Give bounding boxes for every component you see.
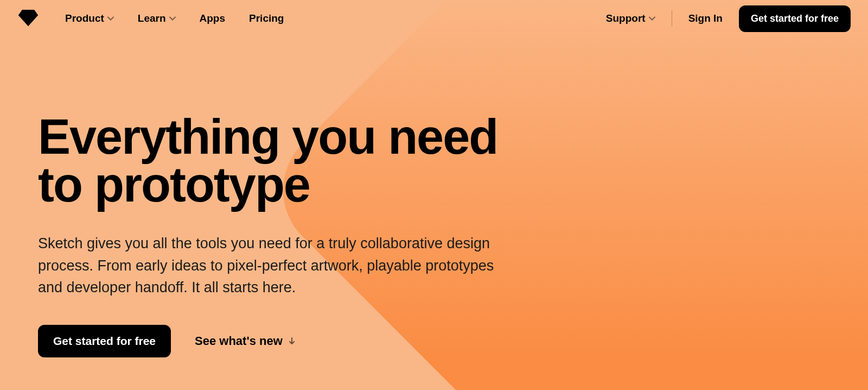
see-whats-new-link[interactable]: See what's new bbox=[195, 334, 296, 348]
get-started-nav-button[interactable]: Get started for free bbox=[739, 5, 851, 32]
diamond-icon bbox=[18, 9, 38, 28]
nav-item-learn[interactable]: Learn bbox=[138, 12, 176, 24]
chevron-down-icon bbox=[107, 16, 114, 21]
chevron-down-icon bbox=[169, 16, 176, 21]
nav-label: Product bbox=[65, 12, 104, 24]
nav-divider bbox=[672, 10, 672, 27]
sign-in-link[interactable]: Sign In bbox=[688, 12, 723, 24]
nav-left-group: Product Learn Apps Pricing bbox=[65, 12, 284, 24]
nav-item-product[interactable]: Product bbox=[65, 12, 114, 24]
nav-label: Learn bbox=[138, 12, 166, 24]
nav-item-support[interactable]: Support bbox=[606, 12, 655, 24]
arrow-down-icon bbox=[288, 337, 296, 345]
nav-item-pricing[interactable]: Pricing bbox=[249, 12, 284, 24]
nav-right-group: Support Sign In Get started for free bbox=[606, 5, 851, 32]
nav-label: Sign In bbox=[688, 12, 723, 24]
nav-label: Apps bbox=[200, 12, 226, 24]
nav-label: Support bbox=[606, 12, 646, 24]
get-started-hero-button[interactable]: Get started for free bbox=[38, 325, 171, 357]
hero-section: Everything you need to prototype Sketch … bbox=[0, 37, 542, 357]
hero-headline: Everything you need to prototype bbox=[38, 113, 505, 209]
logo-link[interactable] bbox=[17, 8, 39, 29]
nav-item-apps[interactable]: Apps bbox=[200, 12, 226, 24]
chevron-down-icon bbox=[649, 16, 655, 21]
main-nav: Product Learn Apps Pricing Support Sign bbox=[0, 0, 868, 37]
cta-link-label: See what's new bbox=[195, 334, 283, 348]
hero-body: Sketch gives you all the tools you need … bbox=[38, 232, 505, 299]
nav-label: Pricing bbox=[249, 12, 284, 24]
cta-row: Get started for free See what's new bbox=[38, 325, 505, 357]
